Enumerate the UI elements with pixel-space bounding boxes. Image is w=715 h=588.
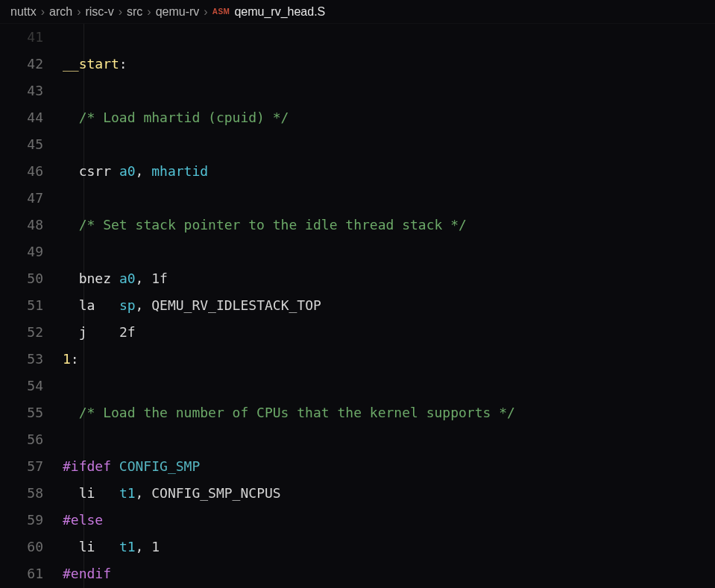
token: __start [63,56,119,72]
token: , [136,163,152,179]
code-line[interactable]: #ifdef CONFIG_SMP [58,453,715,480]
token: t1 [119,539,136,554]
chevron-right-icon: › [147,5,151,19]
token: t1 [119,485,136,501]
token: /* Load the number of CPUs that the kern… [79,405,515,420]
token: /* Load mhartid (cpuid) */ [79,110,289,125]
line-number: 45 [0,131,43,158]
breadcrumb-file[interactable]: qemu_rv_head.S [234,5,325,19]
token: li [79,485,119,501]
chevron-right-icon: › [119,5,122,19]
token: /* Set stack pointer to the idle thread … [79,217,467,233]
line-number: 59 [0,507,43,534]
token: a0 [119,271,136,286]
token: bnez [79,271,119,286]
code-line[interactable]: /* Load the number of CPUs that the kern… [58,399,715,426]
line-number: 61 [0,560,43,587]
chevron-right-icon: › [204,5,207,19]
line-number: 43 [0,78,43,104]
code-line[interactable] [58,426,715,453]
code-line[interactable]: j 2f [58,319,715,346]
token: li [79,539,119,554]
token: csrr [79,163,119,179]
token: a0 [119,163,136,179]
code-line[interactable]: la sp, QEMU_RV_IDLESTACK_TOP [58,292,715,319]
chevron-right-icon: › [41,5,45,19]
code-line[interactable]: __start: [58,51,715,78]
line-number: 60 [0,534,43,560]
token: #endif [63,566,111,581]
code-line[interactable]: 1: [58,346,715,373]
line-number: 44 [0,104,43,131]
line-number: 46 [0,158,43,185]
token: , [136,539,152,554]
token: 1f [151,271,168,286]
code-line[interactable]: /* Set stack pointer to the idle thread … [58,212,715,238]
asm-file-icon: ASM [212,7,230,16]
code-line[interactable] [58,24,715,51]
code-line[interactable]: bnez a0, 1f [58,265,715,292]
line-number: 42 [0,51,43,78]
breadcrumb-item-1[interactable]: arch [49,5,72,19]
line-number: 56 [0,426,43,453]
breadcrumb-item-0[interactable]: nuttx [10,5,37,19]
line-number: 51 [0,292,43,319]
token: sp [119,297,136,313]
code-line[interactable]: /* Load mhartid (cpuid) */ [58,104,715,131]
token: la [79,297,119,313]
code-line[interactable] [58,78,715,104]
line-number-gutter: 4142434445464748495051525354555657585960… [0,24,58,588]
token: : [71,351,79,367]
token: : [119,56,127,72]
code-line[interactable]: li t1, CONFIG_SMP_NCPUS [58,480,715,507]
token: j [79,324,119,340]
code-area[interactable]: __start: /* Load mhartid (cpuid) */ csrr… [58,24,715,588]
code-line[interactable] [58,373,715,399]
token: QEMU_RV_IDLESTACK_TOP [151,297,321,313]
chevron-right-icon: › [77,5,81,19]
token: , [136,271,152,286]
line-number: 54 [0,373,43,399]
indent-guide [84,24,84,588]
line-number: 57 [0,453,43,480]
line-number: 52 [0,319,43,346]
line-number: 48 [0,212,43,238]
breadcrumb: nuttx › arch › risc-v › src › qemu-rv › … [0,0,715,24]
token: 2f [119,324,136,340]
line-number: 49 [0,238,43,265]
token: 1 [151,539,160,554]
code-line[interactable]: csrr a0, mhartid [58,158,715,185]
line-number: 50 [0,265,43,292]
code-editor[interactable]: 4142434445464748495051525354555657585960… [0,24,715,588]
breadcrumb-item-2[interactable]: risc-v [85,5,113,19]
token: , [136,485,152,501]
code-line[interactable]: #endif [58,560,715,587]
token: CONFIG_SMP [119,458,200,474]
code-line[interactable]: li t1, 1 [58,534,715,560]
breadcrumb-item-3[interactable]: src [127,5,142,19]
code-line[interactable] [58,238,715,265]
code-line[interactable] [58,131,715,158]
token: mhartid [151,163,208,179]
breadcrumb-item-4[interactable]: qemu-rv [156,5,200,19]
token: CONFIG_SMP_NCPUS [151,485,280,501]
token: #ifdef [63,458,119,474]
line-number: 41 [0,24,43,51]
line-number: 47 [0,185,43,212]
token: 1 [63,351,71,367]
token: , [136,297,152,313]
line-number: 55 [0,399,43,426]
code-line[interactable]: #else [58,507,715,534]
line-number: 53 [0,346,43,373]
code-line[interactable] [58,185,715,212]
line-number: 58 [0,480,43,507]
